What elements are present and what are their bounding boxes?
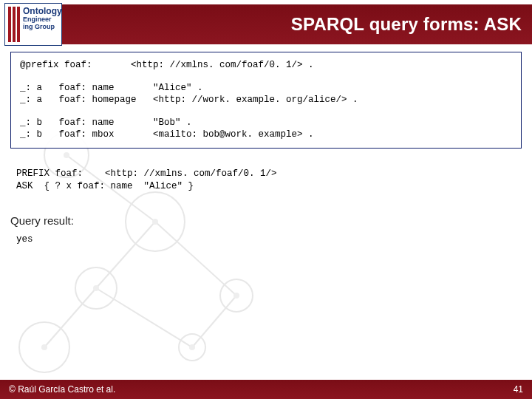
logo-line3: ing Group [23, 23, 58, 30]
org-logo: Ontology Engineer ing Group [4, 3, 62, 46]
query-result-value: yes [16, 234, 522, 245]
slide-header: SPARQL query forms: ASK [62, 4, 532, 44]
logo-text: Ontology Engineer ing Group [23, 7, 58, 30]
footer-page-number: 41 [514, 384, 523, 395]
footer-copyright: © Raúl García Castro et al. [9, 384, 115, 395]
turtle-data-box: @prefix foaf: <http: //xmlns. com/foaf/0… [10, 52, 522, 149]
logo-line2: Engineer [23, 16, 58, 23]
logo-bars-icon [8, 7, 21, 42]
sparql-query-block: PREFIX foaf: <http: //xmlns. com/foaf/0.… [16, 168, 522, 192]
slide-title: SPARQL query forms: ASK [291, 14, 522, 35]
slide-footer: © Raúl García Castro et al. 41 [0, 380, 532, 399]
slide: Ontology Engineer ing Group SPARQL query… [0, 0, 532, 399]
query-result-label: Query result: [10, 214, 532, 227]
slide-content: @prefix foaf: <http: //xmlns. com/foaf/0… [0, 49, 532, 380]
logo-line1: Ontology [23, 6, 62, 16]
